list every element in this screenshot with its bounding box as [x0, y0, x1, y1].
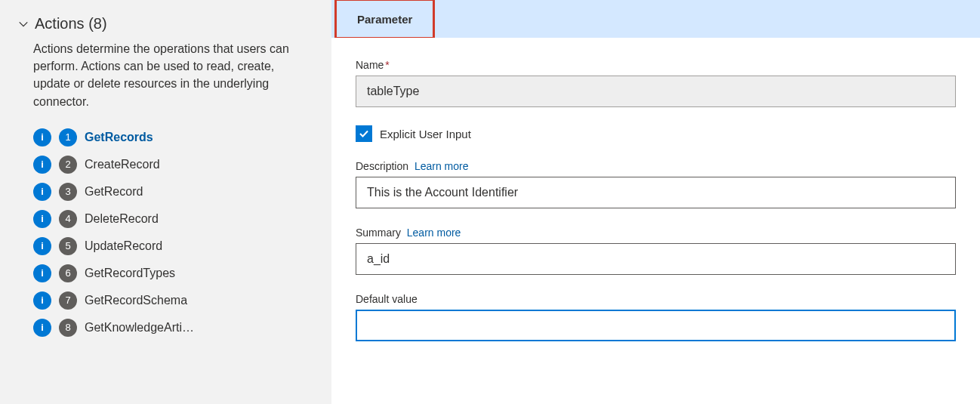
- name-input[interactable]: [356, 76, 956, 107]
- main-panel: Parameter Name* Explicit User Input Desc…: [331, 0, 980, 404]
- chevron-down-icon: [18, 19, 29, 29]
- explicit-user-input-checkbox[interactable]: Explicit User Input: [356, 125, 956, 142]
- action-label: GetRecords: [85, 131, 153, 144]
- actions-section-description: Actions determine the operations that us…: [18, 40, 309, 110]
- summary-label: Summary Learn more: [356, 227, 956, 239]
- info-icon: i: [33, 264, 51, 282]
- tab-parameter[interactable]: Parameter: [336, 0, 433, 38]
- number-badge: 6: [59, 264, 77, 282]
- number-badge: 7: [59, 291, 77, 310]
- action-label: CreateRecord: [85, 158, 160, 171]
- info-icon: i: [33, 210, 51, 228]
- description-label: Description Learn more: [356, 160, 956, 172]
- checkmark-icon: [356, 125, 372, 142]
- info-icon: i: [33, 183, 51, 201]
- required-asterisk: *: [385, 59, 389, 71]
- description-learn-more-link[interactable]: Learn more: [414, 160, 469, 172]
- summary-learn-more-link[interactable]: Learn more: [407, 227, 461, 239]
- summary-input[interactable]: [356, 243, 956, 275]
- number-badge: 1: [59, 128, 77, 146]
- action-label: DeleteRecord: [85, 212, 159, 226]
- default-value-field-group: Default value: [356, 293, 956, 341]
- sidebar-item-getknowledgearticles[interactable]: i 8 GetKnowledgeArti…: [33, 314, 309, 341]
- sidebar-item-createrecord[interactable]: i 2 CreateRecord: [33, 151, 309, 178]
- name-label: Name*: [356, 59, 956, 71]
- description-input[interactable]: [356, 177, 956, 208]
- default-value-label: Default value: [356, 293, 956, 305]
- name-field-group: Name*: [356, 59, 956, 107]
- action-label: GetRecord: [85, 185, 143, 199]
- info-icon: i: [33, 156, 51, 174]
- action-label: GetKnowledgeArti…: [85, 321, 194, 335]
- tab-label: Parameter: [357, 13, 412, 26]
- action-label: GetRecordTypes: [85, 267, 175, 280]
- number-badge: 8: [59, 319, 77, 337]
- number-badge: 3: [59, 183, 77, 201]
- explicit-user-input-group: Explicit User Input: [356, 125, 956, 142]
- default-value-input[interactable]: [356, 310, 956, 341]
- sidebar-item-getrecordschema[interactable]: i 7 GetRecordSchema: [33, 287, 309, 314]
- sidebar-item-getrecord[interactable]: i 3 GetRecord: [33, 178, 309, 205]
- actions-section-header[interactable]: Actions (8): [18, 15, 309, 32]
- sidebar-item-deleterecord[interactable]: i 4 DeleteRecord: [33, 205, 309, 233]
- sidebar-item-getrecords[interactable]: i 1 GetRecords: [33, 124, 309, 151]
- info-icon: i: [33, 128, 51, 146]
- description-field-group: Description Learn more: [356, 160, 956, 208]
- info-icon: i: [33, 237, 51, 255]
- number-badge: 2: [59, 156, 77, 174]
- actions-section-title: Actions (8): [35, 15, 107, 32]
- actions-list: i 1 GetRecords i 2 CreateRecord i 3 GetR…: [18, 124, 309, 341]
- info-icon: i: [33, 291, 51, 310]
- action-label: UpdateRecord: [85, 239, 162, 253]
- tab-bar: Parameter: [331, 0, 980, 38]
- sidebar: Actions (8) Actions determine the operat…: [0, 0, 331, 404]
- sidebar-item-getrecordtypes[interactable]: i 6 GetRecordTypes: [33, 260, 309, 287]
- number-badge: 5: [59, 237, 77, 255]
- number-badge: 4: [59, 210, 77, 228]
- info-icon: i: [33, 319, 51, 337]
- checkbox-label: Explicit User Input: [380, 128, 471, 140]
- summary-field-group: Summary Learn more: [356, 227, 956, 275]
- parameter-form: Name* Explicit User Input Description Le…: [331, 38, 980, 375]
- action-label: GetRecordSchema: [85, 294, 187, 307]
- sidebar-item-updaterecord[interactable]: i 5 UpdateRecord: [33, 233, 309, 260]
